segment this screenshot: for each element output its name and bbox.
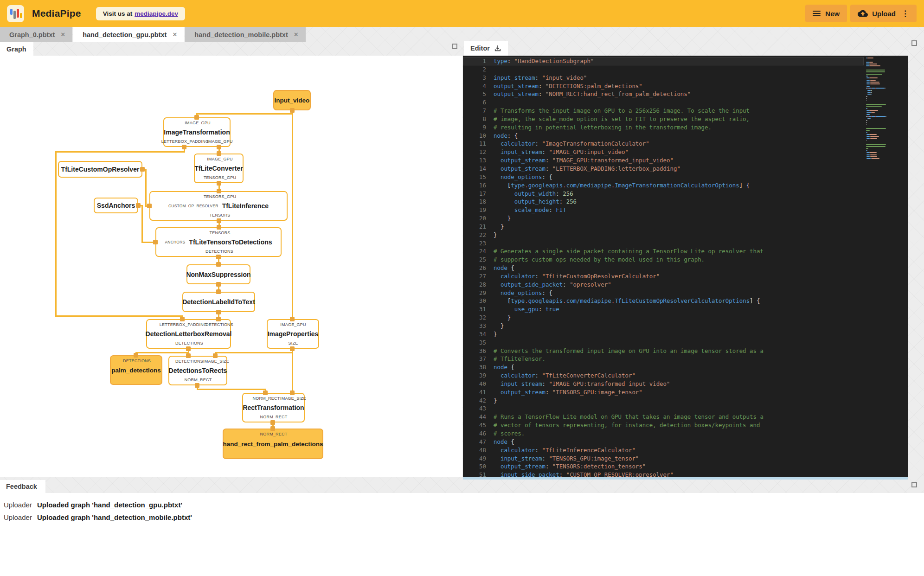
minimap-token — [886, 116, 886, 117]
node-title: hand_rect_from_palm_detections — [223, 441, 323, 448]
editor-horizontal-scrollbar[interactable] — [463, 477, 908, 480]
upload-button[interactable]: Upload ⋮ — [850, 5, 917, 22]
graph-edge — [197, 389, 266, 390]
code-token: output_stream — [494, 90, 539, 97]
code-token: } — [494, 397, 497, 404]
port-square — [270, 426, 275, 431]
minimap-token — [866, 124, 866, 125]
file-tab[interactable]: hand_detection_mobile.pbtxt✕ — [185, 27, 305, 42]
node-title: TfLiteTensorsToDetections — [189, 238, 272, 246]
graph-node[interactable]: DetectionsToRectsDETECTIONSIMAGE_SIZENOR… — [168, 356, 227, 385]
graph-node[interactable]: ImageTransformationIMAGE_GPULETTERBOX_PA… — [163, 117, 231, 147]
file-tab[interactable]: hand_detection_gpu.pbtxt✕ — [73, 27, 184, 42]
line-number: 51 — [463, 471, 486, 477]
code-line: 37# TfLiteTensor. — [463, 355, 864, 363]
tab-close-icon[interactable]: ✕ — [294, 31, 299, 38]
graph-node[interactable]: DetectionLetterboxRemovalLETTERBOX_PADDI… — [146, 319, 231, 349]
code-editor[interactable]: 1type: "HandDetectionSubgraph"23input_st… — [463, 56, 908, 477]
minimap-token — [866, 65, 869, 66]
port-square — [290, 317, 295, 321]
feedback-popout-icon[interactable] — [911, 482, 917, 487]
minimap-line — [866, 140, 906, 141]
code-token — [494, 389, 500, 396]
line-number: 41 — [463, 388, 486, 397]
mediapipe-dev-link[interactable]: mediapipe.dev — [135, 10, 178, 17]
minimap-line — [866, 138, 906, 139]
node-title: ImageTransformation — [164, 128, 230, 136]
graph-node[interactable]: DetectionLabelIdToText — [182, 292, 255, 312]
code-token: use_gpu — [514, 306, 539, 313]
code-token — [494, 198, 514, 205]
code-token: "DETECTIONS:palm_detections" — [545, 83, 642, 90]
minimap-token — [867, 132, 867, 133]
file-tab[interactable]: Graph_0.pbtxt✕ — [0, 27, 72, 42]
graph-edge — [55, 151, 185, 153]
code-line: 11 calculator: "ImageTransformationCalcu… — [463, 140, 864, 148]
code-line: 41 output_stream: "TENSORS_GPU:image_ten… — [463, 388, 864, 397]
line-number: 49 — [463, 454, 486, 463]
graph-node[interactable]: palm_detectionsDETECTIONS — [110, 355, 162, 385]
minimap-line — [866, 126, 906, 127]
line-number: 34 — [463, 330, 486, 339]
port-square — [147, 204, 152, 208]
graph-canvas[interactable]: input_videoImageTransformationIMAGE_GPUL… — [0, 56, 462, 477]
graph-edge — [141, 205, 143, 243]
graph-node[interactable]: TfLiteCustomOpResolver — [58, 161, 142, 178]
download-icon[interactable] — [494, 45, 501, 52]
tab-close-icon[interactable]: ✕ — [60, 31, 65, 38]
graph-node[interactable]: ImagePropertiesIMAGE_GPUSIZE — [267, 319, 319, 349]
code-line: 33 } — [463, 322, 864, 330]
code-token: node — [494, 132, 507, 139]
editor-popout-icon[interactable] — [911, 40, 917, 46]
graph-node[interactable]: RectTransformationNORM_RECTIMAGE_SIZENOR… — [242, 393, 305, 422]
tab-graph[interactable]: Graph — [0, 42, 33, 56]
code-line: 28 output_side_packet: "opresolver" — [463, 281, 864, 289]
editor-minimap[interactable] — [866, 58, 906, 160]
minimap-token — [870, 83, 879, 84]
code-token: # image, the scale_mode option is set to… — [494, 115, 750, 122]
tab-editor[interactable]: Editor — [464, 41, 508, 56]
port-square — [270, 420, 275, 425]
line-number: 32 — [463, 314, 486, 322]
minimap-line — [866, 134, 906, 135]
minimap-line — [866, 144, 906, 145]
code-line: 6 — [463, 98, 864, 107]
minimap-line — [866, 148, 906, 149]
line-number: 15 — [463, 173, 486, 181]
tab-close-icon[interactable]: ✕ — [172, 31, 177, 38]
graph-node[interactable]: input_video — [273, 90, 311, 110]
line-number: 44 — [463, 413, 486, 421]
graph-node[interactable]: ANCHORSTfLiteTensorsToDetectionsTENSORSD… — [155, 227, 282, 257]
code-token: : — [559, 198, 566, 205]
graph-node[interactable]: CUSTOM_OP_RESOLVERTfLiteInferenceTENSORS… — [149, 191, 288, 221]
graph-node-title-row: input_video — [274, 91, 310, 109]
graph-node[interactable]: SsdAnchors — [94, 198, 138, 213]
code-line: 8# image, the scale_mode option is set t… — [463, 115, 864, 123]
code-line: 24# Generates a single side packet conta… — [463, 247, 864, 256]
minimap-line — [866, 146, 906, 147]
graph-node[interactable]: TfLiteConverterIMAGE_GPUTENSORS_GPU — [194, 154, 244, 183]
graph-popout-icon[interactable] — [452, 44, 457, 49]
kebab-menu-icon[interactable]: ⋮ — [901, 9, 909, 19]
code-token: "TENSORS:detection_tensors" — [552, 463, 646, 470]
menu-icon — [813, 9, 821, 18]
tab-feedback[interactable]: Feedback — [0, 480, 45, 493]
code-line: 32 } — [463, 314, 864, 322]
code-token: com/mediapipe — [566, 297, 611, 304]
port-square — [216, 282, 221, 287]
code-line: 31 use_gpu: true — [463, 305, 864, 314]
code-token: : — [545, 157, 552, 164]
code-token: { — [507, 264, 514, 271]
graph-node[interactable]: hand_rect_from_palm_detectionsNORM_RECT — [223, 429, 323, 459]
code-token: # scores. — [494, 430, 525, 437]
new-button[interactable]: New — [805, 5, 847, 22]
graph-node[interactable]: NonMaxSuppression — [186, 264, 250, 284]
code-token: "TfLiteInferenceCalculator" — [542, 447, 635, 454]
port-square — [194, 115, 199, 120]
minimap-line — [866, 150, 906, 151]
code-token: 256 — [566, 198, 577, 205]
minimap-token — [866, 83, 870, 84]
code-line: 49 input_stream: "TENSORS_GPU:image_tens… — [463, 454, 864, 463]
port-square — [153, 240, 158, 244]
line-number: 21 — [463, 223, 486, 231]
